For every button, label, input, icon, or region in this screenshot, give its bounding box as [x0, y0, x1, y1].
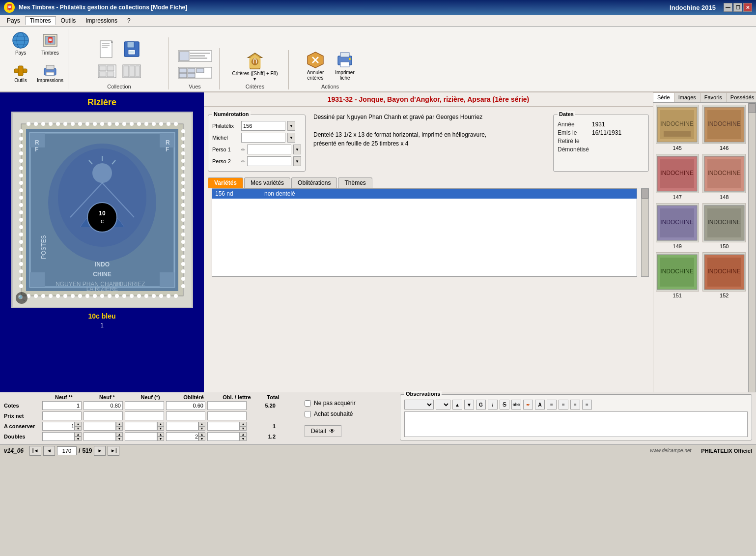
toolbar-collection-save-button[interactable] [120, 37, 143, 61]
menu-pays[interactable]: Pays [2, 16, 25, 25]
perso1-arrow[interactable]: ▼ [293, 145, 301, 154]
rtab-serie[interactable]: Série [653, 92, 674, 102]
nav-prev-button[interactable]: ◄ [43, 446, 55, 456]
toolbar-timbres-button[interactable]: 📮 Timbres [36, 29, 64, 58]
doubles-neuf1-input[interactable] [84, 432, 116, 441]
aconserver-neuf2-up[interactable]: ▲ [75, 422, 82, 426]
prixnet-obl-lettre-input[interactable] [207, 411, 247, 420]
obs-align-right-btn[interactable]: ≡ [570, 400, 580, 410]
toolbar-collection-edit2-button[interactable] [120, 62, 143, 81]
doubles-obl-lettre-down[interactable]: ▼ [240, 437, 247, 441]
toolbar-vue1-button[interactable] [175, 48, 215, 64]
menu-impressions[interactable]: Impressions [81, 16, 122, 25]
obs-strikethrough-btn[interactable]: S [500, 400, 509, 410]
doubles-oblitere-input[interactable] [166, 432, 198, 441]
doubles-oblitere-down[interactable]: ▼ [198, 437, 205, 441]
aconserver-neuf1-input[interactable] [84, 422, 116, 431]
doubles-neuf1-up[interactable]: ▲ [116, 432, 123, 437]
doubles-neuf2-down[interactable]: ▼ [75, 437, 82, 441]
aconserver-neuf0-up[interactable]: ▲ [157, 422, 164, 426]
doubles-neuf1-down[interactable]: ▼ [116, 437, 123, 441]
thumb-item-147[interactable]: INDOCHINE 147 [655, 154, 700, 200]
toolbar-imprimer-button[interactable]: Imprimerfiche [331, 51, 359, 81]
thumb-item-151[interactable]: INDOCHINE 151 [655, 252, 700, 298]
perso2-arrow[interactable]: ▼ [293, 156, 301, 166]
nav-next-button[interactable]: ► [94, 446, 106, 456]
nav-last-button[interactable]: ►| [108, 446, 119, 456]
thumb-item-145[interactable]: INDOCHINE 145 [655, 105, 700, 151]
doubles-obl-lettre-up[interactable]: ▲ [240, 432, 247, 437]
obs-color-btn[interactable]: ✒ [523, 400, 533, 410]
aconserver-oblitere-down[interactable]: ▼ [198, 426, 205, 431]
nav-first-button[interactable]: |◄ [29, 446, 41, 456]
aconserver-neuf2-input[interactable] [42, 422, 75, 431]
rtab-images[interactable]: Images [674, 92, 700, 102]
prixnet-oblitere-input[interactable] [166, 411, 205, 420]
aconserver-neuf0-input[interactable] [125, 422, 157, 431]
tab-themes[interactable]: Thèmes [338, 177, 372, 188]
doubles-oblitere-up[interactable]: ▲ [198, 432, 205, 437]
perso2-input[interactable] [247, 156, 291, 166]
thumb-scroll[interactable]: INDOCHINE 145 INDOCHINE [653, 103, 748, 392]
minimize-button[interactable]: — [724, 3, 732, 12]
obs-bold-btn[interactable]: G [476, 400, 486, 410]
cotes-obl-lettre-input[interactable] [207, 401, 247, 410]
obs-abc-btn[interactable]: abc [511, 400, 521, 410]
close-button[interactable]: ✕ [743, 3, 752, 12]
tab-varietes[interactable]: Variétés [208, 177, 243, 188]
cotes-neuf1-input[interactable] [84, 401, 123, 410]
obs-justify-btn[interactable]: ≡ [582, 400, 592, 410]
restore-button[interactable]: ❐ [733, 3, 742, 12]
tab-obliterations[interactable]: Oblitérations [291, 177, 337, 188]
doubles-obl-lettre-input[interactable] [207, 432, 240, 441]
obs-size-select[interactable] [436, 400, 450, 410]
rtab-possedes[interactable]: Possédés [727, 92, 756, 102]
aconserver-neuf1-up[interactable]: ▲ [116, 422, 123, 426]
doubles-neuf2-up[interactable]: ▲ [75, 432, 82, 437]
toolbar-outils-button[interactable]: Outils [7, 59, 34, 88]
michel-input[interactable] [241, 133, 285, 143]
cotes-neuf0-input[interactable] [125, 401, 164, 410]
menu-outils[interactable]: Outils [56, 16, 81, 25]
toolbar-criteres-button[interactable]: Critères ([Shift] + F8)▾ [225, 52, 284, 82]
menu-help[interactable]: ? [122, 16, 136, 25]
obs-align-center-btn[interactable]: ≡ [559, 400, 568, 410]
menu-timbres[interactable]: Timbres [25, 16, 56, 25]
toolbar-collection-edit1-button[interactable] [96, 62, 118, 81]
aconserver-neuf2-down[interactable]: ▼ [75, 426, 82, 431]
philatelix-input[interactable] [241, 121, 285, 131]
doubles-neuf2-input[interactable] [42, 432, 75, 441]
toolbar-impressions-button[interactable]: Impressions [36, 59, 64, 88]
right-scrollbar[interactable] [748, 103, 756, 392]
toolbar-vue2-button[interactable] [175, 65, 215, 81]
rtab-favoris[interactable]: Favoris [700, 92, 727, 102]
obs-font-select[interactable] [404, 400, 434, 410]
cotes-neuf2-input[interactable] [42, 401, 82, 410]
checkbox-nepasacquerir[interactable] [305, 400, 311, 407]
obs-font-color-btn[interactable]: A [535, 400, 545, 410]
obs-down-btn[interactable]: ▼ [464, 400, 474, 410]
perso2-pencil-icon[interactable]: ✏ [241, 159, 245, 164]
thumb-item-152[interactable]: INDOCHINE 152 [702, 252, 747, 298]
doubles-neuf0-down[interactable]: ▼ [157, 437, 164, 441]
thumb-item-146[interactable]: INDOCHINE 146 [702, 105, 747, 151]
thumb-item-150[interactable]: INDOCHINE 150 [702, 203, 747, 249]
variety-row-156nd[interactable]: 156 nd non dentelé [212, 189, 637, 199]
toolbar-pays-button[interactable]: Pays [7, 29, 34, 58]
thumb-item-149[interactable]: INDOCHINE 149 [655, 203, 700, 249]
obs-italic-btn[interactable]: I [488, 400, 498, 410]
doubles-neuf0-up[interactable]: ▲ [157, 432, 164, 437]
aconserver-neuf1-down[interactable]: ▼ [116, 426, 123, 431]
checkbox-achatsouhaite[interactable] [305, 411, 311, 417]
zoom-button[interactable]: 🔍 [16, 292, 28, 304]
nav-current-input[interactable] [57, 446, 77, 455]
perso1-input[interactable] [247, 145, 291, 154]
toolbar-collection-page1-button[interactable] [96, 37, 118, 61]
aconserver-oblitere-input[interactable] [166, 422, 198, 431]
philatelix-arrow[interactable]: ▼ [287, 121, 295, 131]
tab-mes-varietes[interactable]: Mes variétés [244, 177, 290, 188]
aconserver-oblitere-up[interactable]: ▲ [198, 422, 205, 426]
doubles-neuf0-input[interactable] [125, 432, 157, 441]
prixnet-neuf1-input[interactable] [84, 411, 123, 420]
perso1-pencil-icon[interactable]: ✏ [241, 147, 245, 152]
